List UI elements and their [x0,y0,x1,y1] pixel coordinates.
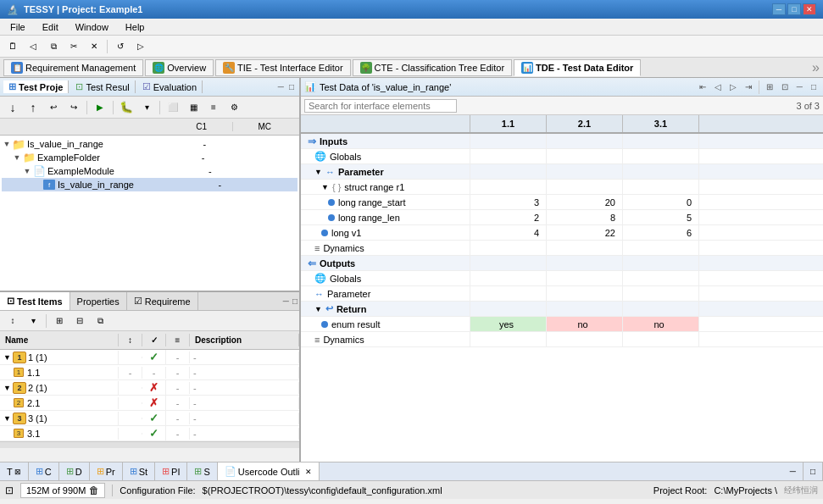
search-input[interactable] [304,99,457,113]
btab-pi[interactable]: ⊞ PI [155,462,187,480]
menu-file[interactable]: File [7,21,29,33]
tree-undo[interactable]: ↩ [44,99,63,116]
toolbar-copy[interactable]: ⧉ [44,38,63,55]
tab-tie[interactable]: 🔧 TIE - Test Interface Editor [215,59,351,76]
tree-more2[interactable]: ≡ [204,99,223,116]
toolbar-arrow-right[interactable]: ▷ [131,38,150,55]
tde-range-start-1[interactable]: 3 [470,195,547,209]
tab-cte[interactable]: 🌳 CTE - Classification Tree Editor [353,59,512,76]
tree-debug[interactable]: 🐛 [117,99,136,116]
tab-overview[interactable]: 🌐 Overview [145,59,214,76]
menu-help[interactable]: Help [122,21,148,33]
btab-st[interactable]: ⊞ St [123,462,155,480]
tab-test-items[interactable]: ⊡ Test Items [0,292,70,310]
minimize-button[interactable]: ─ [772,3,786,15]
rp-btn-add[interactable]: ⊞ [763,80,776,94]
bottom-minimize[interactable]: ─ [281,292,291,310]
rp-nav-last[interactable]: ⇥ [742,80,755,94]
tree-settings[interactable]: ⚙ [225,99,243,116]
rp-nav-prev[interactable]: ◁ [711,80,725,94]
tree-add[interactable]: ⬜ [164,99,182,116]
rp-nav-next[interactable]: ▷ [726,80,740,94]
bottom-row-3-1[interactable]: 3 3.1 ✓ - - [0,426,299,441]
tab-tde[interactable]: 📊 TDE - Test Data Editor [514,59,641,76]
tree-filter[interactable]: ▦ [184,99,203,116]
rp-btn-copy[interactable]: ⊡ [778,80,792,94]
toolbar-delete[interactable]: ✕ [85,38,103,55]
tde-range-len-1[interactable]: 2 [470,210,547,224]
btab-pr[interactable]: ⊞ Pr [90,462,123,480]
tde-v1-2[interactable]: 22 [547,225,623,240]
tab-requirement-management[interactable]: 📋 Requirement Management [3,59,143,76]
tab-test-proje[interactable]: ⊞ Test Proje [3,80,69,93]
bottom-remove[interactable]: ⊟ [70,313,89,330]
rp-nav-first[interactable]: ⇤ [696,80,709,94]
tde-enum-result-2[interactable]: no [547,317,623,331]
tree-more1[interactable]: ▾ [137,99,156,116]
toolbar-refresh[interactable]: ↺ [111,38,130,55]
tree-play[interactable]: ▶ [91,99,109,116]
tree-redo[interactable]: ↪ [64,99,83,116]
bottom-row-2[interactable]: ▼ 2 2 (1) ✗ - - [0,380,299,396]
close-button[interactable]: ✕ [803,3,816,15]
tde-range-len-3[interactable]: 5 [623,210,699,224]
bottom-more[interactable]: ▾ [24,313,42,330]
trash-icon[interactable]: 🗑 [89,485,99,496]
bottom-row-1-1[interactable]: 1 1.1 - - - - [0,365,299,380]
btab-controls-min[interactable]: ─ [783,462,804,480]
tree-btn2[interactable]: ↑ [24,99,42,116]
btab-c[interactable]: ⊞ C [29,462,59,480]
btab-s[interactable]: ⊞ S [187,462,217,480]
btab-usercode-close[interactable]: ✕ [305,468,312,476]
more-tabs-icon[interactable]: » [812,60,820,75]
left-top-minimize[interactable]: ─ [276,82,286,91]
tde-long-v1[interactable]: long v1 4 22 6 [301,225,823,241]
rp-maximize[interactable]: □ [808,80,820,94]
bottom-row-2-1[interactable]: 2 2.1 ✗ - - [0,396,299,411]
bottom-add[interactable]: ⊞ [50,313,69,330]
tde-range-len[interactable]: long range_len 2 8 5 [301,210,823,225]
tab-evaluation[interactable]: ☑ Evaluation [137,80,203,93]
bottom-row-1[interactable]: ▼ 1 1 (1) ✓ - - [0,350,299,365]
tde-enum-result[interactable]: enum result yes no no [301,317,823,332]
tab-requireme[interactable]: ☑ Requireme [127,292,198,310]
tree-toggle-module[interactable]: ▼ [22,167,32,175]
tde-enum-result-1[interactable]: yes [470,317,547,331]
menu-edit[interactable]: Edit [39,21,62,33]
bottom-copy[interactable]: ⧉ [91,313,109,330]
tree-item-module[interactable]: ▼ 📄 ExampleModule - [2,164,298,178]
tree-item-root[interactable]: ▼ 📁 Is_value_in_range - [2,137,298,151]
maximize-button[interactable]: □ [787,3,801,15]
test-result-icon: ⊡ [75,81,83,92]
left-top-maximize[interactable]: □ [287,82,296,91]
btab-usercode-icon: 📄 [225,466,236,477]
toolbar-arrow-left[interactable]: ◁ [24,38,42,55]
tde-v1-1[interactable]: 4 [470,225,547,240]
bottom-row-3[interactable]: ▼ 3 3 (1) ✓ - - [0,411,299,426]
tab-properties[interactable]: Properties [70,292,127,310]
left-bottom-hscroll[interactable] [0,441,299,448]
btab-d-label: D [75,467,82,477]
tde-range-len-2[interactable]: 8 [547,210,623,224]
tde-v1-3[interactable]: 6 [623,225,699,240]
toolbar-new[interactable]: 🗒 [3,38,22,55]
tab-test-result[interactable]: ⊡ Test Resul [70,80,135,93]
btab-t[interactable]: T ⊠ [0,462,29,480]
toolbar-cut[interactable]: ✂ [64,38,83,55]
tde-range-start-2[interactable]: 20 [547,195,623,209]
btab-usercode[interactable]: 📄 Usercode Outli ✕ [218,462,320,480]
rp-minimize[interactable]: ─ [793,80,806,94]
bottom-maximize[interactable]: □ [291,292,299,310]
menu-window[interactable]: Window [72,21,112,33]
tree-item-func[interactable]: f Is_value_in_range - [2,178,298,191]
tde-range-start[interactable]: long range_start 3 20 0 [301,195,823,210]
tree-toggle-folder[interactable]: ▼ [12,153,22,162]
btab-controls-max[interactable]: □ [804,462,823,480]
tree-toggle-root[interactable]: ▼ [2,140,12,148]
bottom-sort[interactable]: ↕ [3,313,22,330]
tde-enum-result-3[interactable]: no [623,317,699,331]
tde-range-start-3[interactable]: 0 [623,195,699,209]
btab-d[interactable]: ⊞ D [59,462,90,480]
tree-btn1[interactable]: ↓ [3,99,22,116]
tree-item-folder[interactable]: ▼ 📁 ExampleFolder - [2,151,298,164]
